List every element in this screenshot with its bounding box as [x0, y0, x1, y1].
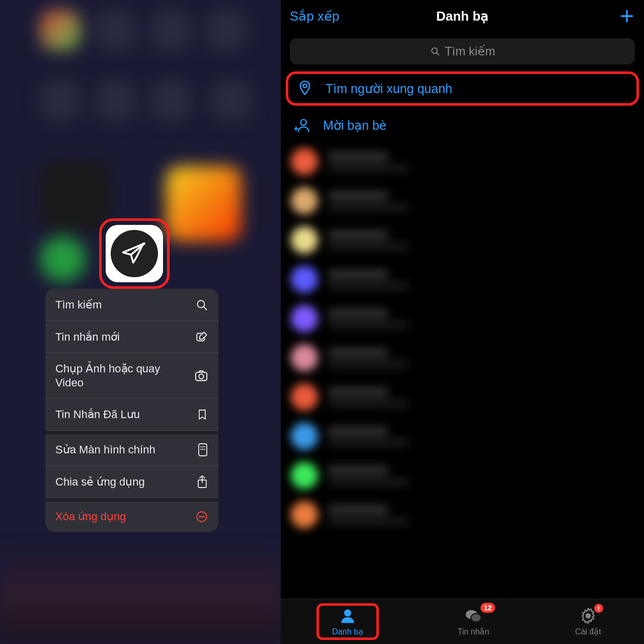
menu-label: Sửa Màn hình chính [55, 443, 155, 456]
svg-point-9 [200, 449, 201, 450]
svg-point-8 [204, 446, 205, 447]
menu-item-camera[interactable]: Chụp Ảnh hoặc quay Video [45, 353, 218, 398]
contacts-list [281, 142, 644, 599]
contacts-icon [339, 607, 357, 625]
svg-line-1 [204, 306, 207, 309]
invite-label: Mời bạn bè [323, 118, 386, 133]
tab-contacts[interactable]: Danh bạ [316, 603, 379, 640]
home-screen-pane: Tìm kiếm Tin nhắn mới Chụp Ảnh hoặc quay… [0, 0, 281, 644]
contacts-header: Sắp xếp Danh bạ [281, 0, 644, 32]
compose-icon [195, 331, 208, 344]
svg-point-19 [303, 84, 306, 88]
telegram-icon [121, 240, 148, 267]
tab-messages[interactable]: 12 Tin nhắn [451, 604, 497, 639]
camera-icon [194, 369, 208, 383]
telegram-x-app-icon[interactable] [99, 218, 170, 289]
menu-item-share-app[interactable]: Chia sẻ ứng dụng [45, 466, 218, 498]
page-title: Danh bạ [436, 9, 489, 24]
search-icon [430, 46, 441, 57]
invite-friends[interactable]: Mời bạn bè [281, 109, 644, 142]
contact-row[interactable] [281, 220, 644, 260]
menu-item-remove-app[interactable]: Xóa ứng dụng [45, 498, 218, 532]
contact-row[interactable] [281, 495, 644, 534]
add-contact-button[interactable] [619, 8, 635, 24]
search-input[interactable]: Tìm kiếm [290, 38, 635, 64]
contact-row[interactable] [281, 456, 644, 495]
svg-point-4 [199, 374, 203, 378]
messages-badge: 12 [480, 603, 496, 613]
menu-label: Tìm kiếm [55, 298, 102, 311]
tab-settings[interactable]: ! Cài đặt [568, 604, 608, 639]
menu-label: Chia sẻ ứng dụng [55, 475, 145, 489]
contact-row[interactable] [281, 417, 644, 456]
svg-line-18 [437, 53, 439, 55]
menu-label: Xóa ứng dụng [55, 510, 126, 523]
svg-point-25 [471, 614, 481, 622]
remove-icon [195, 510, 208, 523]
tab-label: Cài đặt [575, 627, 601, 636]
add-friend-icon [294, 117, 311, 134]
contact-row[interactable] [281, 142, 644, 181]
contact-row[interactable] [281, 299, 644, 338]
menu-item-new-message[interactable]: Tin nhắn mới [45, 321, 218, 353]
tab-label: Tin nhắn [458, 627, 490, 636]
menu-label: Tin nhắn mới [55, 331, 120, 344]
menu-label: Chụp Ảnh hoặc quay Video [55, 362, 176, 389]
svg-point-20 [301, 120, 306, 125]
svg-point-7 [202, 446, 203, 447]
settings-badge: ! [594, 604, 603, 613]
menu-item-saved-messages[interactable]: Tin Nhắn Đã Lưu [45, 398, 218, 431]
phone-edit-icon [197, 443, 208, 457]
contact-row[interactable] [281, 338, 644, 377]
app-context-menu: Tìm kiếm Tin nhắn mới Chụp Ảnh hoặc quay… [45, 289, 218, 532]
menu-item-edit-home[interactable]: Sửa Màn hình chính [45, 431, 218, 466]
plus-icon [619, 8, 635, 24]
tab-bar: Danh bạ 12 Tin nhắn ! Cài đặt [281, 599, 644, 644]
svg-point-10 [202, 449, 203, 450]
contact-row[interactable] [281, 181, 644, 220]
share-icon [196, 475, 208, 489]
bookmark-icon [196, 408, 208, 421]
contact-row[interactable] [281, 377, 644, 417]
search-icon [195, 298, 208, 311]
tab-label: Danh bạ [332, 627, 363, 636]
nearby-label: Tìm người xung quanh [326, 82, 452, 96]
svg-point-26 [586, 613, 591, 619]
svg-point-11 [204, 449, 205, 450]
contact-row[interactable] [281, 260, 644, 299]
menu-label: Tin Nhắn Đã Lưu [55, 408, 140, 421]
location-icon [296, 80, 313, 97]
find-people-nearby[interactable]: Tìm người xung quanh [286, 71, 639, 106]
sort-button[interactable]: Sắp xếp [290, 9, 340, 24]
telegram-contacts-pane: Sắp xếp Danh bạ Tìm kiếm Tìm người xung … [281, 0, 644, 644]
search-placeholder: Tìm kiếm [445, 44, 495, 58]
messages-icon [464, 607, 482, 625]
svg-point-6 [200, 446, 201, 447]
menu-item-search[interactable]: Tìm kiếm [45, 289, 218, 321]
svg-point-23 [344, 609, 351, 616]
